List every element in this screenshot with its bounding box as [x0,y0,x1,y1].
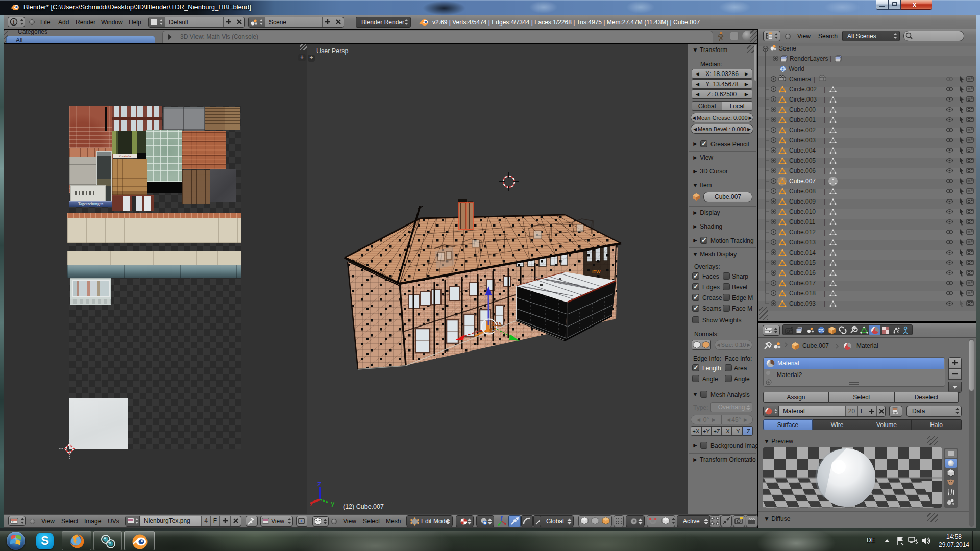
svg-text:y: y [331,498,335,507]
svg-text:0.7: 0.7 [489,328,497,333]
svg-text:i: i [13,19,15,25]
svg-text:z: z [317,479,322,488]
svg-text:1.15: 1.15 [492,321,502,327]
svg-text:(12) Cube.007: (12) Cube.007 [343,503,384,510]
svg-text:x: x [310,501,313,507]
svg-text:User Persp: User Persp [316,47,349,55]
